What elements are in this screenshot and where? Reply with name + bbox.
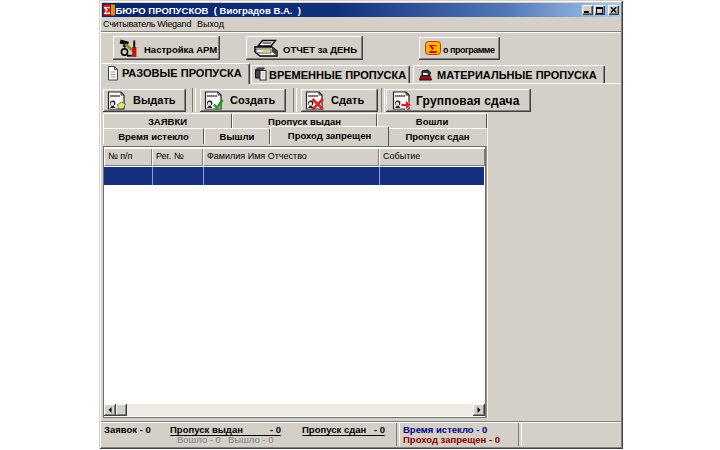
svg-text:Σ: Σ — [429, 41, 438, 55]
svg-text:Σ: Σ — [103, 5, 110, 16]
